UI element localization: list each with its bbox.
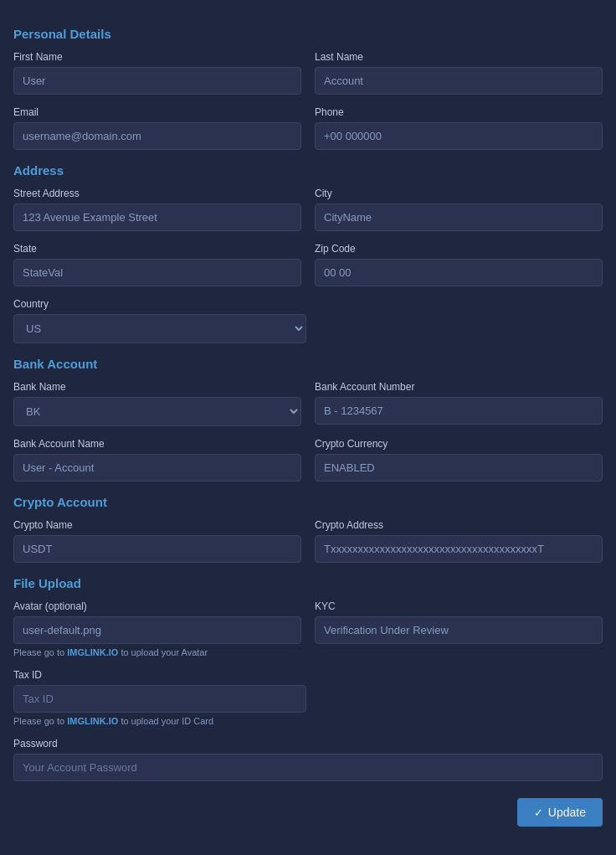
update-button-label: Update xyxy=(548,806,586,819)
tax-id-group: Tax ID Please go to IMGLINK.IO to upload… xyxy=(13,669,306,726)
zip-group: Zip Code xyxy=(315,243,603,286)
tax-id-hint: Please go to IMGLINK.IO to upload your I… xyxy=(13,716,306,726)
crypto-address-label: Crypto Address xyxy=(315,519,603,531)
file-upload-title: File Upload xyxy=(13,576,603,590)
crypto-currency-input[interactable] xyxy=(315,454,603,482)
city-label: City xyxy=(315,188,603,199)
bank-name-crypto-row: Bank Account Name Crypto Currency xyxy=(13,438,603,482)
crypto-address-group: Crypto Address xyxy=(315,519,603,563)
state-group: State xyxy=(13,243,301,286)
bank-account-section: Bank Account Bank Name BK Bank Account N… xyxy=(13,357,603,482)
avatar-group: Avatar (optional) Please go to IMGLINK.I… xyxy=(13,600,301,657)
bank-account-name-label: Bank Account Name xyxy=(13,438,301,450)
address-section: Address Street Address City State Zip Co… xyxy=(13,163,603,343)
crypto-name-label: Crypto Name xyxy=(13,519,301,531)
bank-account-number-group: Bank Account Number xyxy=(315,381,603,426)
update-button[interactable]: ✓ Update xyxy=(517,798,603,827)
avatar-hint: Please go to IMGLINK.IO to upload your A… xyxy=(13,647,301,657)
bank-name-label: Bank Name xyxy=(13,381,301,393)
tax-id-row: Tax ID Please go to IMGLINK.IO to upload… xyxy=(13,669,603,726)
personal-details-title: Personal Details xyxy=(13,27,603,41)
city-input[interactable] xyxy=(315,203,603,231)
avatar-label: Avatar (optional) xyxy=(13,600,301,612)
bank-account-title: Bank Account xyxy=(13,357,603,371)
phone-group: Phone xyxy=(315,106,603,150)
button-row: ✓ Update xyxy=(13,798,603,827)
crypto-name-address-row: Crypto Name Crypto Address xyxy=(13,519,603,563)
bank-name-select[interactable]: BK xyxy=(13,397,301,426)
email-label: Email xyxy=(13,106,301,118)
kyc-group: KYC xyxy=(315,600,603,657)
phone-input[interactable] xyxy=(315,122,603,150)
password-label: Password xyxy=(13,738,603,749)
crypto-account-title: Crypto Account xyxy=(13,495,603,509)
city-group: City xyxy=(315,188,603,231)
state-zip-row: State Zip Code xyxy=(13,243,603,286)
tax-id-label: Tax ID xyxy=(13,669,306,681)
email-input[interactable] xyxy=(13,122,301,150)
imglink-avatar-link[interactable]: IMGLINK.IO xyxy=(67,647,118,657)
first-name-group: First Name xyxy=(13,51,301,95)
avatar-hint-prefix: Please go to xyxy=(13,647,67,657)
street-address-group: Street Address xyxy=(13,188,301,231)
crypto-currency-label: Crypto Currency xyxy=(315,438,603,450)
tax-id-hint-prefix: Please go to xyxy=(13,716,67,726)
contact-row: Email Phone xyxy=(13,106,603,150)
bank-name-group: Bank Name BK xyxy=(13,381,301,426)
last-name-group: Last Name xyxy=(315,51,603,95)
country-label: Country xyxy=(13,298,306,310)
checkmark-icon: ✓ xyxy=(534,806,543,819)
street-address-input[interactable] xyxy=(13,203,301,231)
kyc-label: KYC xyxy=(315,600,603,612)
email-group: Email xyxy=(13,106,301,150)
last-name-label: Last Name xyxy=(315,51,603,63)
country-row: Country US GB CA xyxy=(13,298,603,343)
avatar-kyc-row: Avatar (optional) Please go to IMGLINK.I… xyxy=(13,600,603,657)
street-city-row: Street Address City xyxy=(13,188,603,231)
street-address-label: Street Address xyxy=(13,188,301,199)
password-group: Password xyxy=(13,738,603,781)
first-name-input[interactable] xyxy=(13,67,301,95)
bank-account-number-input[interactable] xyxy=(315,397,603,425)
avatar-hint-suffix: to upload your Avatar xyxy=(118,647,208,657)
bank-account-number-label: Bank Account Number xyxy=(315,381,603,393)
tax-id-hint-suffix: to upload your ID Card xyxy=(118,716,213,726)
state-label: State xyxy=(13,243,301,255)
crypto-account-section: Crypto Account Crypto Name Crypto Addres… xyxy=(13,495,603,563)
last-name-input[interactable] xyxy=(315,67,603,95)
bank-name-number-row: Bank Name BK Bank Account Number xyxy=(13,381,603,426)
country-select[interactable]: US GB CA xyxy=(13,314,306,343)
crypto-currency-group: Crypto Currency xyxy=(315,438,603,482)
bank-account-name-group: Bank Account Name xyxy=(13,438,301,482)
first-name-label: First Name xyxy=(13,51,301,63)
password-input[interactable] xyxy=(13,754,603,781)
crypto-name-input[interactable] xyxy=(13,535,301,563)
country-group: Country US GB CA xyxy=(13,298,306,343)
kyc-input[interactable] xyxy=(315,616,603,644)
zip-input[interactable] xyxy=(315,259,603,286)
tax-id-input[interactable] xyxy=(13,685,306,713)
personal-details-section: Personal Details First Name Last Name Em… xyxy=(13,27,603,150)
name-row: First Name Last Name xyxy=(13,51,603,95)
password-row: Password xyxy=(13,738,603,781)
crypto-name-group: Crypto Name xyxy=(13,519,301,563)
phone-label: Phone xyxy=(315,106,603,118)
avatar-input[interactable] xyxy=(13,616,301,644)
state-input[interactable] xyxy=(13,259,301,286)
imglink-taxid-link[interactable]: IMGLINK.IO xyxy=(67,716,118,726)
zip-label: Zip Code xyxy=(315,243,603,255)
bank-account-name-input[interactable] xyxy=(13,454,301,482)
address-title: Address xyxy=(13,163,603,178)
file-upload-section: File Upload Avatar (optional) Please go … xyxy=(13,576,603,781)
crypto-address-input[interactable] xyxy=(315,535,603,563)
